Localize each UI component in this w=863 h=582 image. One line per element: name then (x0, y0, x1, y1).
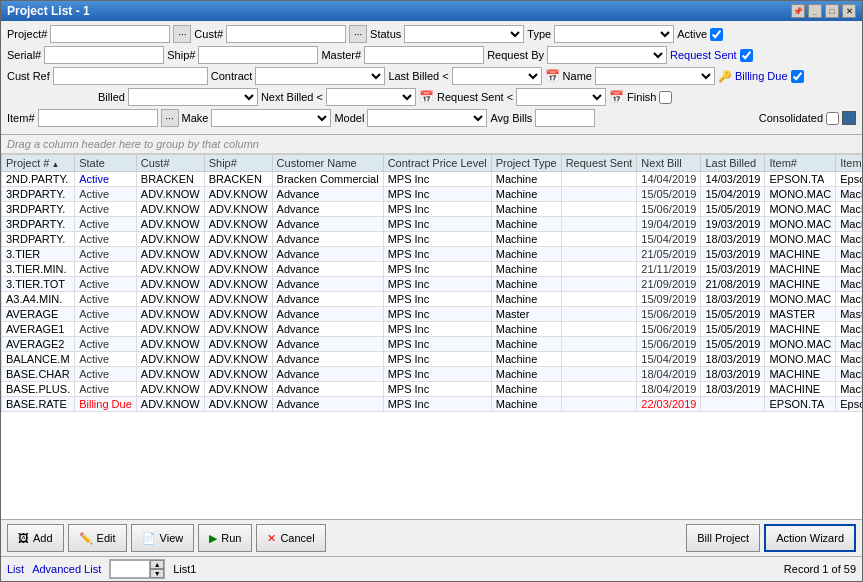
cell-cust: ADV.KNOW (136, 247, 204, 262)
view-button[interactable]: 📄 View (131, 524, 195, 552)
finish-checkbox[interactable] (659, 91, 672, 104)
type-select[interactable] (554, 25, 674, 43)
stepper-down[interactable]: ▼ (150, 569, 164, 578)
table-row[interactable]: 3.TIER Active ADV.KNOW ADV.KNOW Advance … (2, 247, 863, 262)
billing-due-link[interactable]: Billing Due (735, 70, 788, 82)
cell-item: MONO.MAC (765, 337, 836, 352)
active-checkbox[interactable] (710, 28, 723, 41)
close-button[interactable]: ✕ (842, 4, 856, 18)
action-wizard-button[interactable]: Action Wizard (764, 524, 856, 552)
pin-button[interactable]: 📌 (791, 4, 805, 18)
last-billed-select[interactable] (452, 67, 542, 85)
cell-cust: ADV.KNOW (136, 262, 204, 277)
table-row[interactable]: 2ND.PARTY. Active BRACKEN BRACKEN Bracke… (2, 172, 863, 187)
edit-button[interactable]: ✏️ Edit (68, 524, 127, 552)
col-item-desc[interactable]: Item Desc (836, 155, 862, 172)
request-sent-checkbox[interactable] (740, 49, 753, 62)
ship-input[interactable] (198, 46, 318, 64)
cust-ref-input[interactable] (53, 67, 208, 85)
cell-item-desc: Machine (836, 247, 862, 262)
list-value-input[interactable]: 0 (110, 560, 150, 578)
contract-select[interactable] (255, 67, 385, 85)
cell-next-bill: 14/04/2019 (637, 172, 701, 187)
cell-item: MACHINE (765, 262, 836, 277)
col-contract[interactable]: Contract Price Level (383, 155, 491, 172)
advanced-list-label[interactable]: Advanced List (32, 563, 101, 575)
table-row[interactable]: AVERAGE2 Active ADV.KNOW ADV.KNOW Advanc… (2, 337, 863, 352)
col-state[interactable]: State (75, 155, 137, 172)
table-row[interactable]: BASE.CHAR Active ADV.KNOW ADV.KNOW Advan… (2, 367, 863, 382)
table-row[interactable]: 3.TIER.MIN. Active ADV.KNOW ADV.KNOW Adv… (2, 262, 863, 277)
serial-input[interactable] (44, 46, 164, 64)
table-row[interactable]: AVERAGE1 Active ADV.KNOW ADV.KNOW Advanc… (2, 322, 863, 337)
cell-next-bill: 15/06/2019 (637, 202, 701, 217)
minimize-button[interactable]: _ (808, 4, 822, 18)
item-search-btn[interactable]: ··· (161, 109, 179, 127)
consolidated-label: Consolidated (759, 112, 823, 124)
cust-input[interactable] (226, 25, 346, 43)
col-customer-name[interactable]: Customer Name (272, 155, 383, 172)
cell-ship: ADV.KNOW (204, 262, 272, 277)
cell-req-sent (561, 262, 637, 277)
item-input[interactable] (38, 109, 158, 127)
cell-item-desc: Machine (836, 202, 862, 217)
cell-customer: Advance (272, 232, 383, 247)
next-billed-calendar-icon[interactable]: 📅 (419, 90, 434, 104)
name-select[interactable] (595, 67, 715, 85)
request-sent2-calendar-icon[interactable]: 📅 (609, 90, 624, 104)
request-sent-link[interactable]: Request Sent (670, 49, 737, 61)
value-stepper[interactable]: ▲ ▼ (150, 560, 164, 578)
table-row[interactable]: 3RDPARTY. Active ADV.KNOW ADV.KNOW Advan… (2, 187, 863, 202)
table-row[interactable]: 3RDPARTY. Active ADV.KNOW ADV.KNOW Advan… (2, 232, 863, 247)
billed-select[interactable] (128, 88, 258, 106)
finish-label: Finish (627, 91, 656, 103)
request-by-select[interactable] (547, 46, 667, 64)
col-req-sent[interactable]: Request Sent (561, 155, 637, 172)
add-button[interactable]: 🖼 Add (7, 524, 64, 552)
cell-ship: BRACKEN (204, 172, 272, 187)
avg-bills-input[interactable] (535, 109, 595, 127)
col-item[interactable]: Item# (765, 155, 836, 172)
cancel-button[interactable]: ✕ Cancel (256, 524, 325, 552)
request-sent2-select[interactable] (516, 88, 606, 106)
add-icon: 🖼 (18, 532, 29, 544)
col-type[interactable]: Project Type (491, 155, 561, 172)
table-row[interactable]: BALANCE.M Active ADV.KNOW ADV.KNOW Advan… (2, 352, 863, 367)
cust-search-btn[interactable]: ··· (349, 25, 367, 43)
table-row[interactable]: 3.TIER.TOT Active ADV.KNOW ADV.KNOW Adva… (2, 277, 863, 292)
name-key-icon[interactable]: 🔑 (718, 70, 732, 83)
run-button[interactable]: ▶ Run (198, 524, 252, 552)
maximize-button[interactable]: □ (825, 4, 839, 18)
list-label[interactable]: List (7, 563, 24, 575)
project-search-btn[interactable]: ··· (173, 25, 191, 43)
col-project[interactable]: Project #▲ (2, 155, 75, 172)
cell-customer: Advance (272, 322, 383, 337)
table-row[interactable]: A3.A4.MIN. Active ADV.KNOW ADV.KNOW Adva… (2, 292, 863, 307)
bill-project-button[interactable]: Bill Project (686, 524, 760, 552)
cell-cust: ADV.KNOW (136, 202, 204, 217)
model-select[interactable] (367, 109, 487, 127)
project-input[interactable] (50, 25, 170, 43)
table-row[interactable]: 3RDPARTY. Active ADV.KNOW ADV.KNOW Advan… (2, 202, 863, 217)
cell-item: MONO.MAC (765, 187, 836, 202)
cell-type: Machine (491, 382, 561, 397)
table-row[interactable]: BASE.PLUS. Active ADV.KNOW ADV.KNOW Adva… (2, 382, 863, 397)
consolidated-checkbox[interactable] (826, 112, 839, 125)
table-row[interactable]: AVERAGE Active ADV.KNOW ADV.KNOW Advance… (2, 307, 863, 322)
cell-item: MACHINE (765, 247, 836, 262)
next-billed-select[interactable] (326, 88, 416, 106)
table-row[interactable]: 3RDPARTY. Active ADV.KNOW ADV.KNOW Advan… (2, 217, 863, 232)
col-last-billed[interactable]: Last Billed (701, 155, 765, 172)
billing-due-checkbox[interactable] (791, 70, 804, 83)
master-input[interactable] (364, 46, 484, 64)
make-select[interactable] (211, 109, 331, 127)
status-select[interactable] (404, 25, 524, 43)
col-ship[interactable]: Ship# (204, 155, 272, 172)
cell-project: 3RDPARTY. (2, 217, 75, 232)
serial-label: Serial# (7, 49, 41, 61)
table-row[interactable]: BASE.RATE Billing Due ADV.KNOW ADV.KNOW … (2, 397, 863, 412)
stepper-up[interactable]: ▲ (150, 560, 164, 569)
last-billed-calendar-icon[interactable]: 📅 (545, 69, 560, 83)
col-cust[interactable]: Cust# (136, 155, 204, 172)
col-next-bill[interactable]: Next Bill (637, 155, 701, 172)
